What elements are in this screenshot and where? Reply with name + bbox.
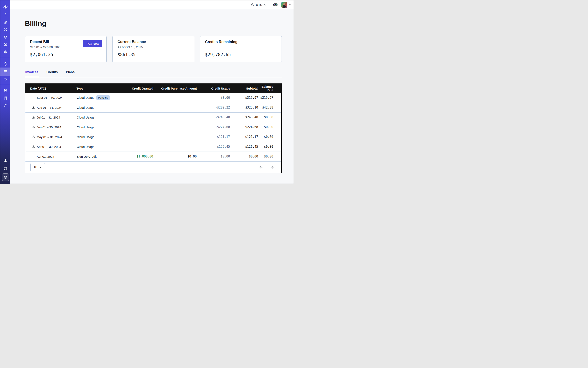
pagination-arrows	[259, 165, 274, 169]
credit-purchase-value: $0.00	[153, 152, 197, 161]
credit-usage-value: $0.00	[197, 93, 230, 103]
invoice-date: Apr 01 – 30, 2024	[37, 145, 61, 148]
sidebar-divider	[0, 85, 10, 85]
balance-due-value: $0.00	[258, 152, 281, 161]
theme-toggle-button[interactable]	[0, 165, 10, 172]
credit-usage-value: -$282.22	[197, 103, 230, 112]
credit-card-icon	[3, 70, 8, 74]
chevron-right-icon	[4, 12, 7, 16]
sidebar-item-observe[interactable]	[0, 18, 10, 26]
card-subtitle: As of Oct 15, 2025	[118, 45, 189, 49]
subtotal-value: $224.68	[230, 122, 258, 132]
credit-granted-value	[118, 122, 153, 132]
invoice-date-cell: Apr 01, 2024	[25, 152, 76, 161]
invoice-type: Sign Up Credit	[77, 155, 97, 158]
credit-purchase-value	[153, 142, 197, 152]
layers-icon	[3, 35, 8, 39]
recent-bill-card: Recent Bill Sep 01 – Sep 30, 2025 $2,061…	[25, 36, 107, 62]
svg-text:$: $	[5, 176, 6, 178]
previous-page-button[interactable]	[259, 165, 263, 169]
app-window: $ UTC	[0, 0, 294, 184]
balance-due-value: $315.97	[258, 93, 281, 103]
dollar-badge-icon: $	[3, 175, 8, 180]
credit-purchase-value	[153, 103, 197, 112]
view-mode-button[interactable]	[273, 2, 278, 7]
gear-icon	[3, 77, 8, 82]
sidebar-item-billing[interactable]	[0, 67, 10, 76]
subtotal-value: $325.10	[230, 103, 258, 112]
sidebar: $	[0, 0, 10, 184]
current-balance-card: Current Balance As of Oct 15, 2025 $861.…	[112, 36, 194, 62]
credit-purchase-value	[153, 112, 197, 122]
tab-invoices[interactable]: Invoices	[25, 70, 39, 77]
download-icon	[31, 125, 35, 129]
summary-cards: Recent Bill Sep 01 – Sep 30, 2025 $2,061…	[25, 36, 282, 62]
table-row: Sept 01 – 30, 2024 Cloud UsagePending $0…	[25, 93, 281, 103]
sidebar-item-layers[interactable]	[0, 33, 10, 41]
sidebar-item-cube[interactable]	[0, 41, 10, 48]
user-avatar[interactable]	[281, 2, 287, 8]
tab-plans[interactable]: Plans	[65, 70, 75, 77]
invoice-type-cell: Cloud Usage	[76, 142, 118, 152]
download-invoice-button[interactable]	[31, 115, 37, 119]
table-row: Jul 01 – 31, 2024 Cloud Usage -$245.48 $…	[25, 112, 281, 122]
col-date: Date (UTC)	[25, 84, 76, 93]
credit-purchase-value	[153, 132, 197, 142]
credits-button[interactable]: $	[2, 173, 9, 181]
sidebar-item-history[interactable]	[0, 26, 10, 33]
expand-sidebar-button[interactable]	[0, 11, 10, 18]
download-invoice-button[interactable]	[31, 135, 37, 139]
timezone-label: UTC	[256, 3, 262, 7]
col-subtotal: Subtotal	[230, 84, 258, 93]
timezone-selector[interactable]: UTC	[251, 3, 267, 7]
sidebar-item-get-started[interactable]	[0, 102, 10, 109]
col-type: Type	[76, 84, 118, 93]
pay-now-button[interactable]: Pay Now	[83, 40, 102, 47]
download-icon	[31, 145, 35, 149]
page-title: Billing	[25, 19, 282, 28]
invoice-type-cell: Cloud UsagePending	[76, 93, 118, 103]
credit-granted-value	[118, 103, 153, 112]
sidebar-item-support[interactable]	[0, 86, 10, 94]
subtotal-value: $126.45	[230, 142, 258, 152]
card-title: Current Balance	[118, 40, 189, 44]
sidebar-item-docs[interactable]	[0, 94, 10, 102]
credit-usage-value: -$245.48	[197, 112, 230, 122]
invoice-date-cell: Aug 01 – 31, 2024	[25, 103, 76, 112]
invoice-date: Jun 01 – 30, 2024	[37, 125, 61, 129]
invoice-date: Sept 01 – 30, 2024	[37, 96, 63, 99]
next-page-button[interactable]	[270, 165, 274, 169]
helm-wheel-icon	[3, 88, 8, 92]
sidebar-item-labs[interactable]	[0, 157, 10, 165]
timer-icon	[3, 28, 8, 32]
table-row: Apr 01, 2024 Sign Up Credit $1,000.00 $0…	[25, 152, 281, 161]
credits-remaining-card: Credits Remaining $29,782.65	[200, 36, 282, 62]
invoice-type-cell: Cloud Usage	[76, 103, 118, 112]
col-credit-purchase-amount: Credit Purchase Amount	[153, 84, 197, 93]
download-invoice-button[interactable]	[31, 106, 37, 110]
sidebar-item-services[interactable]	[0, 48, 10, 55]
sidebar-divider	[0, 58, 10, 58]
arrow-left-icon	[259, 165, 263, 169]
col-balance-due: Balance Due	[258, 84, 281, 93]
account-menu-button[interactable]	[289, 3, 291, 6]
table-row: Aug 01 – 31, 2024 Cloud Usage -$282.22 $…	[25, 103, 281, 112]
credit-purchase-value	[153, 93, 197, 103]
card-subtitle	[205, 45, 277, 49]
download-invoice-button[interactable]	[31, 145, 37, 149]
orbit-cross-logo-icon	[0, 3, 10, 11]
tab-credits[interactable]: Credits	[46, 70, 58, 77]
main-area: UTC Billing Recent Bil	[10, 0, 294, 184]
book-sparkle-icon	[3, 96, 8, 100]
col-credit-granted: Credit Granted	[118, 84, 153, 93]
recent-bill-amount: $2,061.35	[30, 52, 101, 57]
download-invoice-button[interactable]	[31, 125, 37, 129]
sidebar-item-settings[interactable]	[0, 76, 10, 83]
invoice-type: Cloud Usage	[77, 106, 94, 109]
page-size-select[interactable]: 10	[30, 163, 45, 171]
subtotal-value: $245.48	[230, 112, 258, 122]
balance-due-value: $0.00	[258, 112, 281, 122]
invoice-date-cell: May 01 – 31, 2024	[25, 132, 76, 142]
sidebar-item-usage[interactable]	[0, 60, 10, 67]
table-row: Jun 01 – 30, 2024 Cloud Usage -$224.68 $…	[25, 122, 281, 132]
